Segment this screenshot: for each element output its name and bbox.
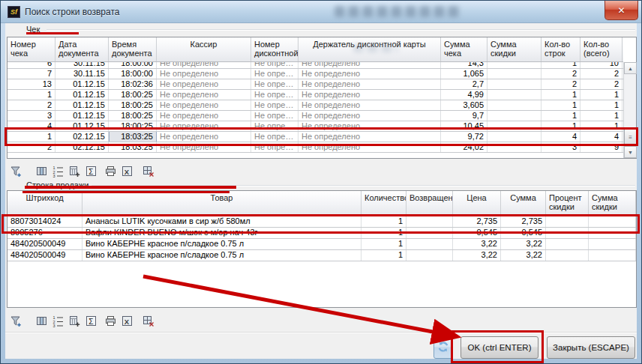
column-header[interactable]: Процент скидки [546,191,589,216]
table-row[interactable]: 202.12.1518:03:25Не определеноНе опре…Не… [8,142,623,153]
column-header[interactable]: Товар [82,191,362,216]
table-row[interactable]: 1301.12.1518:02:36Не определеноНе опре…Н… [8,79,623,90]
cell: 13 [8,79,56,89]
cell: Не определено [157,62,251,68]
column-header[interactable]: Штрихкод [8,191,82,216]
table-row[interactable]: 484020500049Вино КАБЕРНЕ красное п/сладк… [8,239,636,250]
cell: 1 [580,90,622,100]
cell: Не опре… [251,121,298,131]
scroll-thumb[interactable]: ≡ [624,129,637,145]
numbered-list-icon[interactable]: 123 [50,314,65,328]
export-excel-icon[interactable]: X [119,314,134,328]
cell: 4 [8,121,56,131]
remove-column-icon[interactable] [140,164,155,178]
cell: 18:00:25 [109,100,157,110]
table-row[interactable]: 401.12.1518:00:25Не определеноНе опре…Не… [8,121,623,132]
column-header[interactable]: Кассир [157,37,251,61]
column-header[interactable]: Кол-во строк [542,37,580,61]
cell [406,239,453,249]
table-row[interactable]: 301.12.1518:00:25Не определеноНе опре…Не… [8,111,623,121]
column-header[interactable]: Время документа [109,37,157,61]
cell: 01.12.15 [56,90,109,100]
cell [488,121,542,131]
close-dialog-button[interactable]: Закрыть (ESCAPE) [547,336,635,359]
cell: 18:00:00 [109,69,157,79]
window-title: Поиск строки возврата [25,7,120,17]
cell [546,228,589,238]
cell: Не опре… [251,62,298,68]
column-header[interactable]: Возвращено [406,191,453,216]
column-header[interactable]: Количество [362,191,406,216]
vertical-scrollbar[interactable]: ▲ ≡ ▼ [623,62,636,158]
cell: 18:03:25 [109,132,157,142]
table-row[interactable]: 484020500049Вино КАБЕРНЕ красное п/сладк… [8,250,636,261]
group-divider [46,29,635,30]
close-button[interactable]: ✕ [604,1,638,20]
column-header[interactable]: Дата документа [56,37,109,61]
cell: Не определено [298,90,441,100]
table-row[interactable]: 101.12.1518:00:25Не определеноНе опре…Не… [8,90,623,100]
cell: 10 [580,62,622,68]
column-visibility-icon[interactable] [34,164,49,178]
column-header[interactable]: Сумма [501,191,546,216]
check-toolbar: 123ΣX [8,163,155,179]
column-header[interactable]: Сумма скидки [488,37,542,61]
scroll-down-button[interactable]: ▼ [624,146,637,158]
print-icon[interactable] [103,164,118,178]
table-row[interactable]: 88073014024Ананасы LUTIK кусочками в сир… [8,216,636,228]
cell: 1 [580,100,622,110]
column-visibility-icon[interactable] [34,314,49,328]
remove-column-icon[interactable] [140,314,155,328]
table-row[interactable]: 201.12.1518:00:25Не определеноНе опре…Не… [8,100,623,111]
table-row[interactable]: 630.11.1518:00:00Не определеноНе опре…Не… [8,62,623,69]
cell: 02.12.15 [56,142,109,152]
table-row[interactable]: 102.12.1518:03:25Не определеноНе опре…Не… [8,132,623,142]
cell: 18:03:25 [109,142,157,152]
sum-total-icon[interactable]: Σ [83,164,98,178]
column-header[interactable]: Цена [453,191,501,216]
print-icon[interactable] [103,314,118,328]
cell: 3 [8,111,56,121]
cell [589,228,636,238]
cell: Не опре… [251,132,298,142]
sale-toolbar: 123ΣX [8,312,155,329]
cell: 484020500049 [8,239,82,249]
cell: Не определено [157,100,251,110]
column-header[interactable]: Держатель дисконтной карты [298,37,441,61]
cell: Не опре… [251,79,298,89]
sale-group-label: Строка продажи [24,181,91,189]
column-header[interactable]: Сумма чека [441,37,488,61]
export-excel-icon[interactable]: X [119,164,134,178]
cell: Не определено [298,142,441,152]
sum-total-icon[interactable]: Σ [83,314,98,328]
column-header[interactable]: Кол-во (всего) [580,37,622,61]
calculator-add-icon[interactable] [67,164,82,178]
calculator-add-icon[interactable] [67,314,82,328]
app-icon: Sf [8,6,20,18]
scroll-up-button[interactable]: ▲ [624,62,637,74]
cell: 1 [542,90,580,100]
sale-table-header: ШтрихкодТоварКоличествоВозвращеноЦенаСум… [8,191,636,216]
table-row[interactable]: 8005276Вафли KINDER BUENO м/шок с м/ор н… [8,228,636,239]
refresh-button[interactable] [434,336,453,359]
title-bar[interactable]: Sf Поиск строки возврата ✕ [1,1,641,23]
cell: 2,7 [441,79,488,89]
cell: 01.12.15 [56,100,109,110]
numbered-list-icon[interactable]: 123 [50,164,65,178]
cell: 1 [8,90,56,100]
cell: 2 [580,69,622,79]
table-row[interactable]: 730.11.1518:00:00Не определеноНе опре…Не… [8,69,623,79]
filter-add-icon[interactable] [8,164,23,178]
column-header[interactable]: Номер чека [8,37,56,61]
cell: 02.12.15 [56,132,109,142]
cell: Не определено [298,111,441,121]
cell: 3 [542,142,580,152]
filter-add-icon[interactable] [8,314,23,328]
cell: 484020500049 [8,250,82,261]
ok-button[interactable]: OK (ctrl ENTER) [460,336,538,359]
column-header[interactable]: Номер дисконтной [251,37,298,61]
column-header[interactable]: Сумма скидки [589,191,636,216]
cell: Не определено [157,142,251,152]
cell [406,228,453,238]
cell: Не опре… [251,69,298,79]
